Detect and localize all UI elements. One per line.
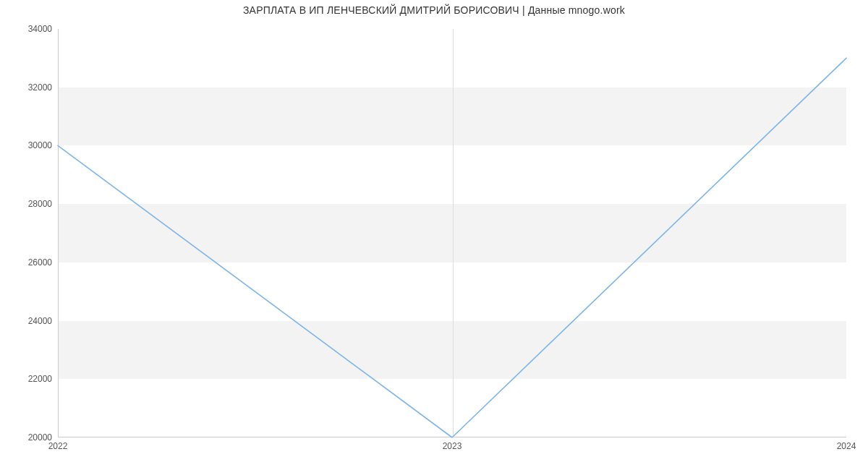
y-tick-label: 22000: [9, 374, 52, 384]
y-tick-label: 30000: [9, 140, 52, 150]
y-tick-label: 28000: [9, 199, 52, 209]
y-tick-label: 20000: [9, 432, 52, 443]
x-tick-label: 2023: [443, 441, 462, 451]
x-tick-label: 2024: [837, 441, 856, 451]
line-layer: [0, 0, 868, 470]
y-tick-label: 26000: [9, 257, 52, 268]
y-tick-label: 24000: [9, 316, 52, 326]
salary-line-chart: ЗАРПЛАТА В ИП ЛЕНЧЕВСКИЙ ДМИТРИЙ БОРИСОВ…: [0, 0, 868, 470]
series-line: [58, 58, 846, 437]
x-tick-label: 2022: [48, 441, 68, 451]
y-tick-label: 32000: [9, 82, 52, 93]
y-tick-label: 34000: [9, 24, 52, 34]
